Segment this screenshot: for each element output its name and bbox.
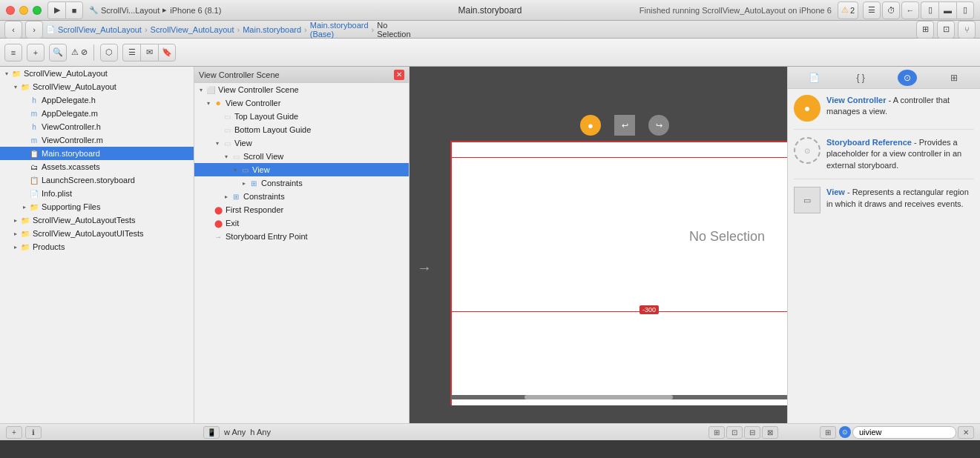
play-button[interactable]: ▶ <box>47 1 65 19</box>
add-btn[interactable]: + <box>6 426 22 439</box>
tree-scroll-view[interactable]: ▭ Scroll View <box>194 150 409 163</box>
device-icon[interactable]: 📱 <box>203 426 220 439</box>
sidebar-item-uitests[interactable]: 📁 ScrollView_AutoLayoutUITests <box>0 227 194 240</box>
tree-inner-view[interactable]: ▭ View <box>194 163 409 176</box>
sidebar-right-toggle[interactable]: ▯ <box>956 1 974 19</box>
activity-button[interactable]: ⏱ <box>882 1 900 19</box>
sidebar-item-appdelegate-m[interactable]: m AppDelegate.m <box>0 107 194 120</box>
sidebar-item-products[interactable]: 📁 Products <box>0 240 194 253</box>
breadcrumb-base[interactable]: Main.storyboard (Base) <box>310 21 369 39</box>
disclosure-scroll-view[interactable] <box>223 153 230 160</box>
disclosure-vc-scene[interactable] <box>197 87 205 93</box>
sidebar-item-main-storyboard[interactable]: 📋 Main.storyboard <box>0 147 194 160</box>
sidebar-bottom-toggle[interactable]: ▬ <box>938 1 956 19</box>
breadcrumb-mainstoryboard[interactable]: Main.storyboard <box>243 25 301 34</box>
infoplist-label: Info.plist <box>42 189 72 198</box>
sidebar-item-viewcontroller-h[interactable]: h ViewController.h <box>0 120 194 133</box>
tree-vc-scene[interactable]: ⬜ View Controller Scene <box>194 83 409 96</box>
sidebar-item-assets[interactable]: 🗂 Assets.xcassets <box>0 160 194 173</box>
sidebar-left-toggle[interactable]: ▯ <box>921 1 938 19</box>
disclosure-view[interactable] <box>214 140 221 147</box>
identity-tab[interactable]: ⊙ <box>898 70 917 86</box>
add-file-btn[interactable]: + <box>27 44 45 62</box>
disclosure-constraints2[interactable] <box>223 193 230 200</box>
sidebar-item-tests[interactable]: 📁 ScrollView_AutoLayoutTests <box>0 213 194 227</box>
nav-prev-button[interactable]: ‹ <box>4 21 22 39</box>
info-btn[interactable]: ℹ <box>25 426 42 439</box>
grid-view-btn[interactable]: ⊞ <box>820 426 836 439</box>
bottom-right: ⊞ ⊙ ✕ <box>781 426 974 439</box>
stop-button[interactable]: ■ <box>65 1 83 19</box>
top-layout-guide-line <box>452 157 787 158</box>
tree-vc[interactable]: ● View Controller <box>194 96 409 110</box>
disclosure-group1[interactable] <box>12 84 19 90</box>
left-panel-toggle[interactable]: ☰ <box>863 1 881 19</box>
products-label: Products <box>33 242 65 251</box>
first-responder-icon: ⬤ <box>213 206 223 214</box>
scrollbar-thumb[interactable] <box>524 395 673 399</box>
filter-btn[interactable]: 🔍 <box>49 44 67 62</box>
disclosure-products[interactable] <box>12 244 19 250</box>
disclosure-inner-view[interactable] <box>231 167 239 173</box>
sidebar-item-appdelegate-h[interactable]: h AppDelegate.h <box>0 93 194 107</box>
left-nav-toggle-btn[interactable]: ≡ <box>4 44 22 62</box>
panel-item-storyboard-ref: ⊙ Storyboard Reference - Provides a plac… <box>794 137 974 179</box>
tree-constraints1[interactable]: ⊞ Constraints <box>194 176 409 190</box>
grid-btn[interactable]: ✉ <box>140 44 158 62</box>
tag-btn[interactable]: 🔖 <box>158 44 176 62</box>
sidebar-item-group1[interactable]: 📁 ScrollView_AutoLayout <box>0 80 194 93</box>
fullscreen-button[interactable] <box>33 6 42 15</box>
sidebar-item-infoplist[interactable]: 📄 Info.plist <box>0 187 194 200</box>
breadcrumb-scrollview[interactable]: ScrollView_AutoLayout <box>58 25 142 34</box>
scheme-display: 🔧 ScrollVi...Layout ▸ iPhone 6 (8.1) <box>89 5 221 15</box>
sidebar-item-supporting[interactable]: 📁 Supporting Files <box>0 200 194 213</box>
warning-button[interactable]: ⚠ 2 <box>838 1 858 19</box>
disclosure-constraints1[interactable] <box>240 180 248 187</box>
iphone-frame[interactable] <box>450 141 787 405</box>
tree-constraints2[interactable]: ⊞ Constraints <box>194 190 409 203</box>
viewcontroller-h-label: ViewController.h <box>42 122 101 131</box>
tree-entry-point[interactable]: → Storyboard Entry Point <box>194 230 409 243</box>
vc-scene-label: View Controller Scene <box>218 85 299 94</box>
file-tab[interactable]: 📄 <box>804 70 823 86</box>
nav-next-button[interactable]: › <box>25 21 43 39</box>
size-indicator: -300 <box>639 305 659 314</box>
quick-help-tab[interactable]: { } <box>851 70 870 86</box>
tree-first-responder[interactable]: ⬤ First Responder <box>194 203 409 216</box>
canvas-content[interactable]: → ● ↩ ↪ No Selection <box>410 67 787 405</box>
minimize-button[interactable] <box>19 6 28 15</box>
tree-bottom-layout[interactable]: ▭ Bottom Layout Guide <box>194 123 409 136</box>
close-button[interactable] <box>6 6 15 15</box>
horizontal-scrollbar[interactable] <box>450 395 787 399</box>
tree-top-layout[interactable]: ▭ Top Layout Guide <box>194 110 409 123</box>
breakpoint-btn[interactable]: ⬡ <box>100 44 118 62</box>
layout-btn3[interactable]: ⊟ <box>744 426 760 439</box>
disclosure-tests[interactable] <box>12 217 19 224</box>
layout-btn2[interactable]: ⊡ <box>726 426 743 439</box>
tree-exit[interactable]: ⬤ Exit <box>194 216 409 230</box>
sidebar-item-launchscreen[interactable]: 📋 LaunchScreen.storyboard <box>0 173 194 187</box>
clear-search-btn[interactable]: ✕ <box>958 426 974 439</box>
panel-item-vc: ● View Controller - A controller that ma… <box>794 95 974 130</box>
disclosure-uitests[interactable] <box>12 230 19 237</box>
breadcrumb-scrollview2[interactable]: ScrollView_AutoLayout <box>151 25 234 34</box>
sidebar-item-root[interactable]: 📁 ScrollView_AutoLayout <box>0 67 194 80</box>
layout-btn4[interactable]: ⊠ <box>762 426 778 439</box>
layout-btn1[interactable]: ⊞ <box>708 426 725 439</box>
tests-folder-icon: 📁 <box>20 216 30 225</box>
list-btn[interactable]: ☰ <box>122 44 140 62</box>
disclosure-root[interactable] <box>3 70 10 77</box>
disclosure-supporting[interactable] <box>21 204 28 210</box>
products-folder-icon: 📁 <box>20 243 30 251</box>
assistant-editor-btn[interactable]: ⊡ <box>937 21 955 39</box>
attributes-tab[interactable]: ⊞ <box>944 70 964 86</box>
disclosure-vc[interactable] <box>205 100 212 107</box>
back-button[interactable]: ← <box>901 1 919 19</box>
editor-mode-buttons: ⊞ ⊡ ⑂ <box>916 21 976 39</box>
standard-editor-btn[interactable]: ⊞ <box>916 21 934 39</box>
object-search-input[interactable] <box>852 426 956 439</box>
version-editor-btn[interactable]: ⑂ <box>958 21 976 39</box>
sidebar-item-viewcontroller-m[interactable]: m ViewController.m <box>0 133 194 147</box>
close-scene-btn[interactable]: ✕ <box>394 70 404 80</box>
tree-view[interactable]: ▭ View <box>194 136 409 150</box>
